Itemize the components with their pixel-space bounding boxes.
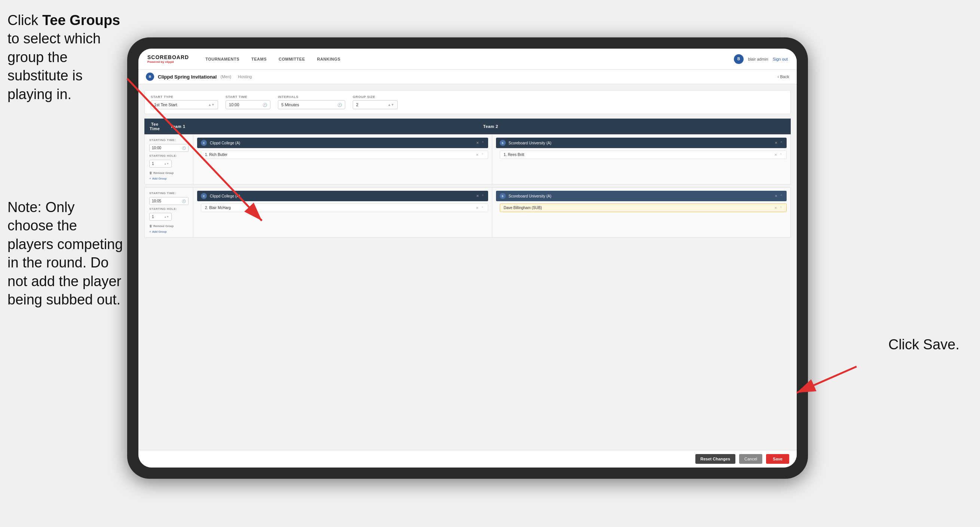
group-2-team1-entry[interactable]: C Clippd College (A) ✕ ⌃ — [197, 191, 488, 201]
start-time-label: Start Time — [226, 95, 270, 99]
sub-header-left: B Clippd Spring Invitational (Men) Hosti… — [146, 73, 252, 81]
main-content: Start Type 1st Tee Start ▲▼ Start Time 1… — [138, 84, 797, 450]
player2-close-1[interactable]: ✕ — [774, 153, 777, 157]
logo-title: SCOREBOARD — [147, 54, 189, 60]
team2-close-1[interactable]: ✕ — [775, 141, 778, 145]
hole-stepper-2[interactable]: ▲▼ — [164, 215, 169, 218]
intervals-label: Intervals — [278, 95, 345, 99]
group-1-team1-cell: C Clippd College (A) ✕ ⌃ 1. Rich Butler — [193, 135, 492, 184]
group-size-input[interactable]: 2 ▲▼ — [353, 100, 398, 109]
logo-sub: Powered by clippd — [147, 60, 189, 64]
group-2-player1[interactable]: 2. Blair McHarg ✕ ⌃ — [201, 204, 488, 212]
group-1-team1-entry[interactable]: C Clippd College (A) ✕ ⌃ — [197, 138, 488, 148]
navbar: SCOREBOARD Powered by clippd TOURNAMENTS… — [138, 49, 797, 70]
avatar: B — [734, 54, 744, 64]
group-2-team1-cell: C Clippd College (A) ✕ ⌃ 2. Blair McHarg — [193, 188, 492, 237]
team1-close-2[interactable]: ✕ — [476, 194, 479, 198]
starting-time-label-2: STARTING TIME: — [149, 191, 189, 195]
starting-hole-label-1: STARTING HOLE: — [149, 154, 189, 158]
group-1-team2-cell: S Scoreboard University (A) ✕ ⌃ 1. Rees … — [492, 135, 791, 184]
group-1: STARTING TIME: 10:00 🕙 STARTING HOLE: 1 … — [145, 134, 791, 185]
player1-arrow-1[interactable]: ⌃ — [481, 153, 484, 157]
group-1-teams: C Clippd College (A) ✕ ⌃ 1. Rich Butler — [193, 134, 791, 185]
start-type-field: Start Type 1st Tee Start ▲▼ — [151, 95, 218, 109]
intervals-field: Intervals 5 Minutes 🕙 — [278, 95, 345, 109]
group-1-team2-entry[interactable]: S Scoreboard University (A) ✕ ⌃ — [496, 138, 787, 148]
clock-icon: 🕙 — [262, 103, 267, 107]
hosting-label: Hosting — [238, 75, 252, 79]
player1-arrow-2[interactable]: ⌃ — [481, 206, 484, 210]
logo: SCOREBOARD Powered by clippd — [147, 54, 189, 64]
team1-header: Team 1 — [165, 119, 478, 134]
group-2-time-input[interactable]: 10:05 🕙 — [149, 197, 189, 205]
group-2-team2-cell: S Scoreboard University (A) ✕ ⌃ Dave Bil… — [492, 188, 791, 237]
group-2: STARTING TIME: 10:05 🕙 STARTING HOLE: 1 … — [145, 187, 791, 237]
group-1-player1[interactable]: 1. Rich Butler ✕ ⌃ — [201, 150, 488, 159]
remove-group-button-2[interactable]: 🗑 Remove Group — [149, 224, 189, 228]
sub-header: B Clippd Spring Invitational (Men) Hosti… — [138, 70, 797, 84]
tournament-badge: B — [146, 73, 154, 81]
click-save-label: Click Save. — [888, 337, 959, 353]
user-name: blair admin — [748, 57, 768, 61]
team1-close-1[interactable]: ✕ — [476, 141, 479, 145]
group-size-label: Group Size — [353, 95, 398, 99]
group-2-hole-input[interactable]: 1 ▲▼ — [149, 213, 172, 221]
player1-close-2[interactable]: ✕ — [476, 206, 479, 210]
start-time-input[interactable]: 10:00 🕙 — [226, 100, 270, 109]
starting-hole-label-2: STARTING HOLE: — [149, 207, 189, 210]
add-group-button-1[interactable]: + Add Group — [149, 177, 189, 180]
start-type-label: Start Type — [151, 95, 218, 99]
nav-teams[interactable]: TEAMS — [246, 55, 272, 64]
group-2-time-col: STARTING TIME: 10:05 🕙 STARTING HOLE: 1 … — [145, 187, 193, 237]
reset-changes-button[interactable]: Reset Changes — [695, 454, 735, 464]
remove-group-button-1[interactable]: 🗑 Remove Group — [149, 171, 189, 175]
tee-time-header: Tee Time — [145, 119, 165, 134]
nav-right: B blair admin Sign out — [734, 54, 788, 64]
team1-arrow-1[interactable]: ⌃ — [481, 141, 484, 145]
nav-tournaments[interactable]: TOURNAMENTS — [200, 55, 245, 64]
team1-arrow-2[interactable]: ⌃ — [481, 194, 484, 198]
group-1-hole-input[interactable]: 1 ▲▼ — [149, 160, 172, 167]
team2-arrow-1[interactable]: ⌃ — [780, 141, 783, 145]
tournament-title: Clippd Spring Invitational — [158, 74, 216, 80]
nav-rankings[interactable]: RANKINGS — [312, 55, 345, 64]
group-2-team2-entry[interactable]: S Scoreboard University (A) ✕ ⌃ — [496, 191, 787, 201]
team2-arrow-2[interactable]: ⌃ — [780, 194, 783, 198]
group-1-time-input[interactable]: 10:00 🕙 — [149, 144, 189, 152]
player2-close-2[interactable]: ✕ — [774, 206, 777, 210]
note-text: Note: Only choose the players competing … — [8, 198, 123, 309]
player2-arrow-2[interactable]: ⌃ — [780, 206, 783, 210]
team2-header: Team 2 — [478, 119, 791, 134]
intervals-input[interactable]: 5 Minutes 🕙 — [278, 100, 345, 109]
group-1-time-col: STARTING TIME: 10:00 🕙 STARTING HOLE: 1 … — [145, 134, 193, 185]
add-group-button-2[interactable]: + Add Group — [149, 230, 189, 233]
save-button[interactable]: Save — [766, 454, 789, 464]
group-2-teams: C Clippd College (A) ✕ ⌃ 2. Blair McHarg — [193, 187, 791, 237]
gender-label: (Men) — [220, 75, 231, 79]
start-time-field: Start Time 10:00 🕙 — [226, 95, 270, 109]
team2-dot-1: S — [500, 140, 506, 146]
group-size-field: Group Size 2 ▲▼ — [353, 95, 398, 109]
group-size-stepper[interactable]: ▲▼ — [388, 103, 394, 107]
back-button[interactable]: ‹ Back — [778, 75, 789, 79]
player1-close-1[interactable]: ✕ — [476, 153, 479, 157]
group-1-player2[interactable]: 1. Rees Britt ✕ ⌃ — [500, 150, 787, 159]
team1-dot-2: C — [201, 193, 207, 199]
player2-arrow-1[interactable]: ⌃ — [780, 153, 783, 157]
time-clock-icon-1: 🕙 — [182, 146, 186, 150]
sign-out-link[interactable]: Sign out — [773, 57, 788, 61]
start-type-stepper[interactable]: ▲▼ — [208, 103, 215, 107]
group-2-player2[interactable]: Dave Billingham (SUB) ✕ ⌃ — [500, 204, 787, 212]
nav-links: TOURNAMENTS TEAMS COMMITTEE RANKINGS — [200, 55, 734, 64]
team2-dot-2: S — [500, 193, 506, 199]
tee-table: Tee Time Team 1 Team 2 — [145, 119, 791, 134]
hole-stepper-1[interactable]: ▲▼ — [164, 162, 169, 165]
cancel-button[interactable]: Cancel — [739, 454, 762, 464]
team2-close-2[interactable]: ✕ — [775, 194, 778, 198]
starting-time-label-1: STARTING TIME: — [149, 139, 189, 142]
nav-committee[interactable]: COMMITTEE — [274, 55, 310, 64]
team1-dot-1: C — [201, 140, 207, 146]
start-type-input[interactable]: 1st Tee Start ▲▼ — [151, 100, 218, 109]
intervals-clock-icon: 🕙 — [337, 103, 342, 107]
time-clock-icon-2: 🕙 — [182, 199, 186, 203]
